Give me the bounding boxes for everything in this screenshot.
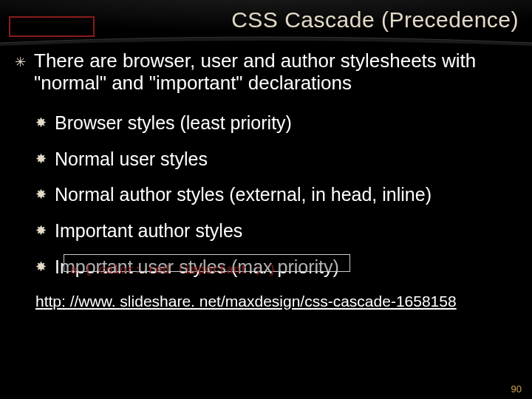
bullet-icon: ✳ (15, 55, 26, 70)
list-item: ✸ Important author styles (13, 213, 519, 249)
title-bar: CSS Cascade (Precedence) (0, 7, 519, 33)
bullet-icon: ✸ (35, 115, 47, 131)
list-item-text: Normal author styles (external, in head,… (55, 184, 432, 205)
code-sample: a { color: red !important ; } (70, 264, 276, 277)
list-item: ✸ Normal user styles (13, 141, 519, 177)
list-item-text: Important author styles (55, 220, 242, 241)
list-item: ✸ Browser styles (least priority) (13, 105, 519, 141)
bullet-icon: ✸ (35, 151, 47, 167)
slide: CSS Cascade (Precedence) ✳ There are bro… (0, 0, 532, 399)
list-item: ✸ Important user styles (max priority) a… (13, 249, 519, 285)
swoosh-divider (0, 35, 532, 44)
list-item-text: Browser styles (least priority) (55, 112, 292, 133)
list-item-text: Normal user styles (55, 149, 208, 169)
main-point: ✳ There are browser, user and author sty… (13, 50, 519, 95)
slide-title: CSS Cascade (Precedence) (231, 7, 519, 32)
page-number: 90 (511, 383, 522, 395)
reference-link[interactable]: http: //www. slideshare. net/maxdesign/c… (13, 293, 519, 310)
content-area: ✳ There are browser, user and author sty… (13, 50, 519, 310)
list-item: ✸ Normal author styles (external, in hea… (13, 177, 519, 213)
bullet-icon: ✸ (35, 259, 47, 275)
bullet-icon: ✸ (35, 187, 47, 202)
code-box: a { color: red !important ; } (64, 254, 350, 272)
main-point-text: There are browser, user and author style… (34, 50, 476, 94)
bullet-icon: ✸ (35, 223, 47, 239)
